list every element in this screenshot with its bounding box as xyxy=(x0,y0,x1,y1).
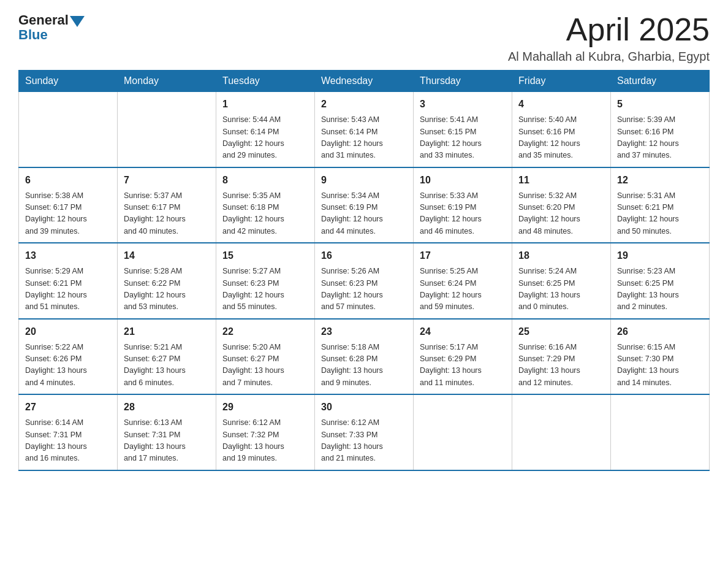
calendar-week-row: 20Sunrise: 5:22 AMSunset: 6:26 PMDayligh… xyxy=(19,319,710,395)
logo-triangle-icon xyxy=(70,16,85,27)
day-number: 4 xyxy=(518,97,604,112)
day-number: 27 xyxy=(25,400,111,415)
day-number: 3 xyxy=(420,97,506,112)
calendar-week-row: 6Sunrise: 5:38 AMSunset: 6:17 PMDaylight… xyxy=(19,167,710,243)
day-info: Sunrise: 5:25 AMSunset: 6:24 PMDaylight:… xyxy=(420,266,506,313)
day-info: Sunrise: 5:21 AMSunset: 6:27 PMDaylight:… xyxy=(124,342,210,389)
day-info: Sunrise: 5:20 AMSunset: 6:27 PMDaylight:… xyxy=(222,342,308,389)
calendar-cell: 24Sunrise: 5:17 AMSunset: 6:29 PMDayligh… xyxy=(414,319,512,395)
day-number: 17 xyxy=(420,248,506,263)
calendar-cell xyxy=(414,394,512,470)
calendar-cell: 18Sunrise: 5:24 AMSunset: 6:25 PMDayligh… xyxy=(512,243,611,319)
calendar-cell: 13Sunrise: 5:29 AMSunset: 6:21 PMDayligh… xyxy=(19,243,118,319)
calendar-cell: 27Sunrise: 6:14 AMSunset: 7:31 PMDayligh… xyxy=(19,394,118,470)
calendar-cell: 19Sunrise: 5:23 AMSunset: 6:25 PMDayligh… xyxy=(611,243,710,319)
day-number: 18 xyxy=(518,248,604,263)
day-number: 30 xyxy=(321,400,407,415)
day-number: 12 xyxy=(617,173,703,188)
calendar-cell: 6Sunrise: 5:38 AMSunset: 6:17 PMDaylight… xyxy=(19,167,118,243)
calendar-cell: 21Sunrise: 5:21 AMSunset: 6:27 PMDayligh… xyxy=(118,319,216,395)
day-info: Sunrise: 5:40 AMSunset: 6:16 PMDaylight:… xyxy=(518,114,604,162)
weekday-header-tuesday: Tuesday xyxy=(216,71,315,92)
day-info: Sunrise: 5:35 AMSunset: 6:18 PMDaylight:… xyxy=(222,190,308,238)
day-info: Sunrise: 5:34 AMSunset: 6:19 PMDaylight:… xyxy=(321,190,407,238)
calendar-week-row: 27Sunrise: 6:14 AMSunset: 7:31 PMDayligh… xyxy=(19,394,710,470)
day-number: 8 xyxy=(222,173,308,188)
calendar-cell: 4Sunrise: 5:40 AMSunset: 6:16 PMDaylight… xyxy=(512,92,611,167)
day-number: 6 xyxy=(25,173,111,188)
day-number: 10 xyxy=(420,173,506,188)
calendar-cell: 22Sunrise: 5:20 AMSunset: 6:27 PMDayligh… xyxy=(216,319,315,395)
calendar-cell: 15Sunrise: 5:27 AMSunset: 6:23 PMDayligh… xyxy=(216,243,315,319)
calendar-title: April 2025 xyxy=(508,12,710,47)
day-info: Sunrise: 6:16 AMSunset: 7:29 PMDaylight:… xyxy=(518,342,604,389)
calendar-cell: 9Sunrise: 5:34 AMSunset: 6:19 PMDaylight… xyxy=(315,167,414,243)
day-info: Sunrise: 5:28 AMSunset: 6:22 PMDaylight:… xyxy=(124,266,210,313)
logo-text-general: General xyxy=(18,12,69,28)
calendar-table: SundayMondayTuesdayWednesdayThursdayFrid… xyxy=(18,70,710,471)
day-number: 2 xyxy=(321,97,407,112)
day-number: 19 xyxy=(617,248,703,263)
calendar-cell: 12Sunrise: 5:31 AMSunset: 6:21 PMDayligh… xyxy=(611,167,710,243)
weekday-header-monday: Monday xyxy=(118,71,216,92)
calendar-cell: 7Sunrise: 5:37 AMSunset: 6:17 PMDaylight… xyxy=(118,167,216,243)
calendar-cell: 10Sunrise: 5:33 AMSunset: 6:19 PMDayligh… xyxy=(414,167,512,243)
day-info: Sunrise: 5:37 AMSunset: 6:17 PMDaylight:… xyxy=(124,190,210,238)
day-info: Sunrise: 5:44 AMSunset: 6:14 PMDaylight:… xyxy=(222,114,308,162)
calendar-week-row: 13Sunrise: 5:29 AMSunset: 6:21 PMDayligh… xyxy=(19,243,710,319)
day-number: 26 xyxy=(617,324,703,339)
day-number: 25 xyxy=(518,324,604,339)
day-info: Sunrise: 5:17 AMSunset: 6:29 PMDaylight:… xyxy=(420,342,506,389)
day-info: Sunrise: 5:26 AMSunset: 6:23 PMDaylight:… xyxy=(321,266,407,313)
calendar-cell: 28Sunrise: 6:13 AMSunset: 7:31 PMDayligh… xyxy=(118,394,216,470)
day-info: Sunrise: 6:15 AMSunset: 7:30 PMDaylight:… xyxy=(617,342,703,389)
day-info: Sunrise: 5:29 AMSunset: 6:21 PMDaylight:… xyxy=(25,266,111,313)
calendar-header-row: SundayMondayTuesdayWednesdayThursdayFrid… xyxy=(19,71,710,92)
weekday-header-wednesday: Wednesday xyxy=(315,71,414,92)
calendar-cell: 26Sunrise: 6:15 AMSunset: 7:30 PMDayligh… xyxy=(611,319,710,395)
day-number: 23 xyxy=(321,324,407,339)
day-number: 21 xyxy=(124,324,210,339)
calendar-cell: 20Sunrise: 5:22 AMSunset: 6:26 PMDayligh… xyxy=(19,319,118,395)
calendar-cell xyxy=(611,394,710,470)
day-info: Sunrise: 5:23 AMSunset: 6:25 PMDaylight:… xyxy=(617,266,703,313)
calendar-cell xyxy=(19,92,118,167)
calendar-title-block: April 2025 Al Mahallah al Kubra, Gharbia… xyxy=(508,12,710,64)
calendar-cell: 3Sunrise: 5:41 AMSunset: 6:15 PMDaylight… xyxy=(414,92,512,167)
calendar-cell xyxy=(118,92,216,167)
day-number: 20 xyxy=(25,324,111,339)
calendar-cell: 5Sunrise: 5:39 AMSunset: 6:16 PMDaylight… xyxy=(611,92,710,167)
day-number: 1 xyxy=(222,97,308,112)
day-info: Sunrise: 5:24 AMSunset: 6:25 PMDaylight:… xyxy=(518,266,604,313)
day-number: 5 xyxy=(617,97,703,112)
day-info: Sunrise: 5:18 AMSunset: 6:28 PMDaylight:… xyxy=(321,342,407,389)
logo-text-blue: Blue xyxy=(18,27,85,43)
page-header: General Blue April 2025 Al Mahallah al K… xyxy=(18,12,710,64)
weekday-header-friday: Friday xyxy=(512,71,611,92)
day-number: 15 xyxy=(222,248,308,263)
calendar-cell: 14Sunrise: 5:28 AMSunset: 6:22 PMDayligh… xyxy=(118,243,216,319)
day-info: Sunrise: 5:22 AMSunset: 6:26 PMDaylight:… xyxy=(25,342,111,389)
day-info: Sunrise: 6:14 AMSunset: 7:31 PMDaylight:… xyxy=(25,417,111,465)
calendar-cell: 1Sunrise: 5:44 AMSunset: 6:14 PMDaylight… xyxy=(216,92,315,167)
day-number: 11 xyxy=(518,173,604,188)
day-info: Sunrise: 5:43 AMSunset: 6:14 PMDaylight:… xyxy=(321,114,407,162)
day-info: Sunrise: 5:32 AMSunset: 6:20 PMDaylight:… xyxy=(518,190,604,238)
day-number: 14 xyxy=(124,248,210,263)
logo: General Blue xyxy=(18,12,85,43)
day-info: Sunrise: 5:33 AMSunset: 6:19 PMDaylight:… xyxy=(420,190,506,238)
day-info: Sunrise: 5:41 AMSunset: 6:15 PMDaylight:… xyxy=(420,114,506,162)
calendar-cell: 2Sunrise: 5:43 AMSunset: 6:14 PMDaylight… xyxy=(315,92,414,167)
day-number: 7 xyxy=(124,173,210,188)
day-number: 28 xyxy=(124,400,210,415)
calendar-cell: 8Sunrise: 5:35 AMSunset: 6:18 PMDaylight… xyxy=(216,167,315,243)
day-number: 29 xyxy=(222,400,308,415)
calendar-cell xyxy=(512,394,611,470)
day-info: Sunrise: 5:38 AMSunset: 6:17 PMDaylight:… xyxy=(25,190,111,238)
calendar-cell: 16Sunrise: 5:26 AMSunset: 6:23 PMDayligh… xyxy=(315,243,414,319)
day-number: 9 xyxy=(321,173,407,188)
day-info: Sunrise: 5:39 AMSunset: 6:16 PMDaylight:… xyxy=(617,114,703,162)
calendar-week-row: 1Sunrise: 5:44 AMSunset: 6:14 PMDaylight… xyxy=(19,92,710,167)
day-number: 13 xyxy=(25,248,111,263)
calendar-cell: 11Sunrise: 5:32 AMSunset: 6:20 PMDayligh… xyxy=(512,167,611,243)
